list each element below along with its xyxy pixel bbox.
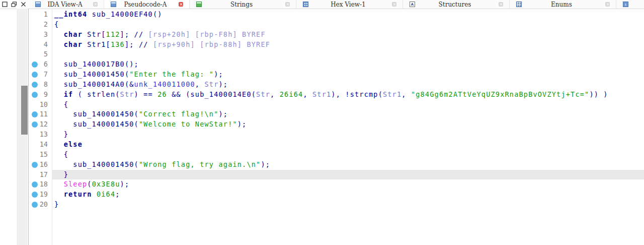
line-gutter[interactable]: 14 [29,140,52,150]
code-line-text[interactable]: sub_140001450("Correct flag!\n"); [52,109,644,119]
code-line-text[interactable]: { [52,100,644,110]
tab-imports[interactable]: Imports [616,0,644,9]
line-gutter[interactable]: 12 [29,119,52,130]
function-name[interactable]: sub_140001450 [73,110,134,118]
line-gutter[interactable]: 18 [29,179,52,190]
line-gutter[interactable]: 3 [29,30,52,40]
variable-name[interactable]: Str [120,90,134,98]
breakpoint-dot[interactable] [32,202,38,208]
code-line-text[interactable]: } [52,200,644,210]
line-gutter[interactable]: 2 [29,20,52,30]
breakpoint-dot[interactable] [32,82,38,88]
left-scrollbar-thumb[interactable] [21,86,28,135]
tab-hex-view-1[interactable]: Hex View-1 [296,0,403,9]
line-gutter[interactable]: 6 [29,59,52,70]
tab-label: Imports [628,1,644,8]
code-line-text[interactable]: __int64 sub_14000EF40() [52,10,644,20]
code-text: ( [378,90,383,98]
breakpoint-dot[interactable] [32,192,38,198]
code-line-text[interactable]: { [52,20,644,30]
tab-close-button[interactable] [392,2,396,7]
breakpoint-dot[interactable] [32,121,38,128]
variable-name[interactable]: Str1 [383,90,401,98]
line-gutter[interactable]: 15 [29,150,52,160]
code-line-text[interactable]: { [52,150,644,160]
line-gutter[interactable]: 8 [29,80,52,90]
function-name[interactable]: sub_1400017B0 [64,60,125,68]
line-gutter[interactable]: 16 [29,160,52,170]
tab-close-button[interactable] [499,2,503,7]
function-name[interactable]: strlen [87,90,115,98]
code-text [54,180,64,188]
tab-close-button[interactable] [285,2,290,7]
variable-name[interactable]: Str [256,90,270,98]
breakpoint-dot[interactable] [32,111,38,117]
line-gutter[interactable]: 1 [29,10,52,20]
function-name[interactable]: sub_140001450 [73,160,134,168]
function-name[interactable]: sub_14000EF40 [92,10,153,18]
function-name[interactable]: strcmp [350,90,378,98]
line-gutter[interactable]: 11 [29,109,52,119]
current-code-line-text[interactable]: } [52,170,644,180]
line-gutter[interactable]: 10 [29,100,52,110]
variable-name[interactable]: Str1 [312,90,331,98]
restore-icon[interactable] [11,2,17,7]
breakpoint-dot[interactable] [32,162,38,168]
function-name[interactable]: sub_140001450 [64,70,125,78]
code-text: && ( [167,90,191,98]
line-gutter[interactable]: 17 [29,170,52,180]
comment: [rsp+90h] [rbp-88h] BYREF [153,40,270,48]
line-number: 15 [40,150,48,160]
tab-pseudocode-a[interactable]: Pseudocode-A [104,0,190,9]
code-line-text[interactable] [52,49,644,59]
code-line-text[interactable]: } [52,130,644,140]
line-gutter[interactable]: 5 [29,49,52,59]
variable-name[interactable]: Str [205,80,219,88]
code-line-text[interactable]: return 0i64; [52,190,644,200]
code-text [87,10,92,18]
breakpoint-dot[interactable] [32,62,38,68]
function-name[interactable]: sub_1400014E0 [191,90,252,98]
code-line-text[interactable]: sub_140001450("Welcome to NewStar!"); [52,119,644,130]
breakpoint-dot[interactable] [32,92,38,98]
tab-ida-view-a[interactable]: IDA View-A [29,0,104,9]
code-text: , [303,90,312,98]
tab-enums[interactable]: Enums [510,0,616,9]
keyword: return [64,190,92,198]
line-gutter[interactable]: 7 [29,70,52,80]
code-text: { [54,150,68,158]
code-line-text[interactable]: Sleep(0x3E8u); [52,179,644,190]
function-name[interactable]: sub_1400014A0 [64,80,125,88]
line-gutter[interactable]: 4 [29,40,52,50]
code-line-text[interactable]: char Str1[136]; // [rsp+90h] [rbp-88h] B… [52,40,644,50]
code-line-text[interactable]: sub_140001450("Wrong flag, try again.\n"… [52,160,644,170]
close-icon[interactable] [21,2,26,7]
code-line-text[interactable]: sub_1400014A0(&unk_140011000, Str); [52,80,644,90]
tab-strings[interactable]: Strings [190,0,296,9]
line-number: 14 [40,140,48,150]
code-line-text[interactable]: sub_1400017B0(); [52,59,644,70]
enums-icon [516,2,522,7]
code-line-text[interactable]: if ( strlen(Str) == 26 && (sub_1400014E0… [52,90,644,100]
code-text [54,60,64,68]
line-gutter[interactable]: 9 [29,90,52,100]
tab-structures[interactable]: Structures [403,0,510,9]
line-gutter[interactable]: 13 [29,130,52,140]
tab-close-button[interactable] [605,2,610,7]
breakpoint-dot[interactable] [32,72,38,78]
breakpoint-dot[interactable] [32,181,38,188]
code-text: ]; // [125,40,153,48]
api-function-name[interactable]: Sleep [64,180,88,188]
maximize-icon[interactable] [2,2,8,7]
code-line-text[interactable]: else [52,140,644,150]
tab-close-button[interactable] [179,2,183,7]
code-text: ( [134,160,139,168]
hex-view-icon [303,2,308,7]
code-line-text[interactable]: char Str[112]; // [rsp+20h] [rbp-F8h] BY… [52,30,644,40]
function-name[interactable]: sub_140001450 [73,120,134,128]
data-reference[interactable]: unk_140011000 [134,80,195,88]
line-gutter[interactable]: 20 [29,200,52,210]
line-gutter[interactable]: 19 [29,190,52,200]
tab-close-button[interactable] [93,2,98,7]
code-line-text[interactable]: sub_140001450("Enter the flag: "); [52,70,644,80]
